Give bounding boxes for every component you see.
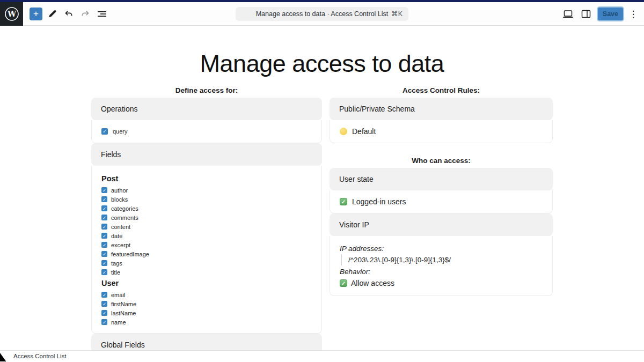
command-shortcut-label: ⌘K	[391, 10, 402, 18]
field-checkbox-row[interactable]: ✓email	[101, 290, 312, 299]
fields-panel-header[interactable]: Fields	[91, 143, 322, 166]
global-fields-panel-title: Global Fields	[101, 341, 145, 349]
ip-regex-value: /^203\.23\.[0-9]{1,3}\.[0-9]{1,3}$/	[341, 254, 543, 265]
settings-sidebar-toggle-button[interactable]	[579, 7, 593, 21]
checkbox-checked-icon[interactable]: ✓	[101, 196, 107, 202]
field-group-title: Post	[101, 174, 312, 183]
who-can-access-heading: Who can access:	[330, 157, 553, 165]
visitor-ip-panel-title: Visitor IP	[339, 220, 369, 229]
undo-icon	[64, 9, 74, 19]
fields-panel-body: Post✓author✓blocks✓categories✓comments✓c…	[91, 166, 322, 334]
field-label: title	[111, 269, 120, 276]
field-label: categories	[111, 205, 138, 212]
access-rules-heading: Access Control Rules:	[330, 86, 553, 94]
field-checkbox-row[interactable]: ✓name	[101, 317, 312, 327]
operation-checkbox-row[interactable]: ✓query	[92, 120, 321, 143]
operation-label: query	[113, 128, 128, 135]
field-checkbox-row[interactable]: ✓categories	[101, 204, 312, 213]
access-rules-column: Access Control Rules: Public/Private Sch…	[330, 86, 553, 296]
define-access-heading: Define access for:	[91, 86, 322, 94]
content-columns: Define access for: Operations ✓query Fie…	[91, 86, 553, 350]
field-label: tags	[111, 260, 122, 267]
checkbox-checked-icon[interactable]: ✓	[101, 224, 107, 230]
breadcrumb: Access Control List	[13, 353, 66, 359]
field-checkbox-row[interactable]: ✓excerpt	[101, 240, 312, 249]
checkbox-checked-icon[interactable]: ✓	[101, 215, 107, 220]
visitor-ip-panel-header[interactable]: Visitor IP	[330, 213, 553, 236]
wordpress-logo: W	[4, 6, 19, 21]
field-label: excerpt	[111, 242, 130, 248]
checkbox-checked-icon[interactable]: ✓	[101, 301, 107, 307]
redo-button[interactable]	[78, 7, 92, 21]
yellow-circle-icon	[340, 128, 347, 135]
user-state-panel-header[interactable]: User state	[330, 168, 553, 190]
wordpress-logo-button[interactable]: W	[0, 2, 23, 26]
checkbox-checked-icon[interactable]: ✓	[101, 233, 107, 239]
field-label: blocks	[111, 196, 128, 203]
field-checkbox-row[interactable]: ✓title	[101, 268, 312, 277]
field-checkbox-row[interactable]: ✓firstName	[101, 299, 312, 308]
toolbar-right-group: Save ⋮	[561, 2, 639, 26]
green-check-icon: ✓	[340, 279, 347, 287]
define-access-column: Define access for: Operations ✓query Fie…	[91, 86, 322, 350]
plus-icon: +	[33, 9, 39, 18]
schema-panel-title: Public/Private Schema	[339, 105, 415, 113]
behavior-label: Behavior:	[340, 268, 543, 276]
field-checkbox-row[interactable]: ✓featuredImage	[101, 249, 312, 258]
field-label: date	[111, 233, 122, 239]
sidebar-toggle-icon	[581, 10, 591, 18]
undo-button[interactable]	[62, 7, 76, 21]
ip-addresses-label: IP addresses:	[340, 245, 543, 253]
mouse-cursor	[0, 353, 7, 361]
field-checkbox-row[interactable]: ✓lastName	[101, 308, 312, 317]
checkbox-checked-icon[interactable]: ✓	[101, 205, 107, 211]
schema-default-row: Default	[330, 120, 552, 143]
field-checkbox-row[interactable]: ✓blocks	[101, 195, 312, 204]
operations-panel-header[interactable]: Operations	[91, 98, 322, 120]
preview-button[interactable]	[561, 7, 575, 21]
checkbox-checked-icon[interactable]: ✓	[101, 292, 107, 298]
fields-panel-title: Fields	[101, 150, 121, 159]
global-fields-panel-header[interactable]: Global Fields	[91, 334, 322, 350]
toolbar-left-group: +	[30, 7, 109, 21]
options-menu-button[interactable]: ⋮	[628, 9, 639, 20]
checkbox-checked-icon[interactable]: ✓	[101, 319, 107, 325]
laptop-icon	[562, 10, 574, 19]
field-label: featuredImage	[111, 251, 149, 257]
field-label: name	[111, 319, 126, 326]
field-checkbox-row[interactable]: ✓author	[101, 186, 312, 195]
save-button[interactable]: Save	[597, 6, 624, 21]
schema-panel-body: Default	[330, 120, 553, 143]
checkbox-checked-icon[interactable]: ✓	[101, 269, 107, 275]
checkbox-checked-icon[interactable]: ✓	[101, 260, 107, 266]
block-inserter-button[interactable]: +	[30, 8, 42, 20]
operations-panel-body: ✓query	[91, 120, 322, 143]
user-state-row: ✓ Logged-in users	[330, 190, 552, 213]
checkbox-checked-icon[interactable]: ✓	[101, 251, 107, 257]
command-palette-bar[interactable]: Manage access to data · Access Control L…	[236, 7, 408, 21]
visitor-ip-panel-body: IP addresses: /^203\.23\.[0-9]{1,3}\.[0-…	[330, 236, 553, 296]
user-state-value: Logged-in users	[352, 197, 406, 206]
behavior-value: Allow access	[351, 279, 394, 287]
checkbox-checked-icon[interactable]: ✓	[101, 310, 107, 316]
field-checkbox-row[interactable]: ✓date	[101, 231, 312, 240]
field-group-title: User	[101, 279, 312, 287]
checkbox-checked-icon[interactable]: ✓	[101, 187, 107, 193]
field-label: comments	[111, 215, 138, 221]
editor-footer: Access Control List	[0, 350, 644, 361]
field-checkbox-row[interactable]: ✓comments	[101, 213, 312, 222]
list-view-button[interactable]	[95, 7, 109, 21]
command-bar-text: Manage access to data · Access Control L…	[256, 10, 389, 18]
field-label: content	[111, 224, 130, 230]
green-check-icon: ✓	[340, 198, 347, 205]
field-label: author	[111, 187, 128, 194]
checkbox-checked-icon[interactable]: ✓	[101, 128, 108, 135]
edit-tool-button[interactable]	[45, 7, 59, 21]
user-state-panel-title: User state	[339, 175, 374, 183]
schema-panel-header[interactable]: Public/Private Schema	[330, 98, 553, 120]
field-checkbox-row[interactable]: ✓tags	[101, 258, 312, 268]
checkbox-checked-icon[interactable]: ✓	[101, 242, 107, 248]
kebab-icon: ⋮	[629, 9, 638, 19]
field-checkbox-row[interactable]: ✓content	[101, 222, 312, 231]
editor-toolbar: W + Manage	[0, 2, 644, 26]
